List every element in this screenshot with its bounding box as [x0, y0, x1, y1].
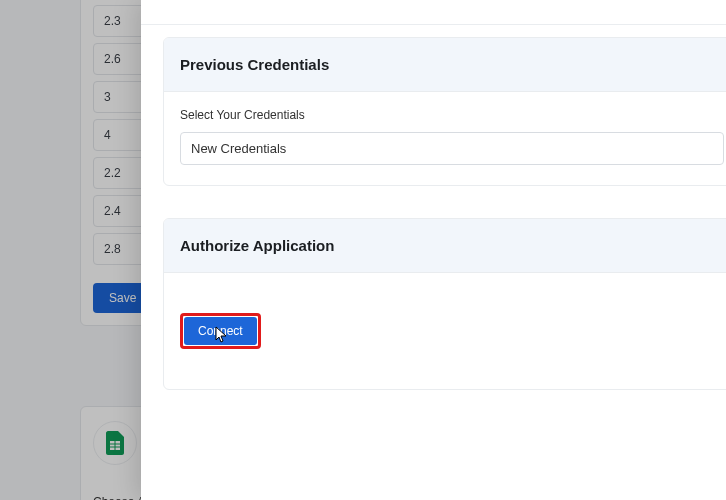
previous-credentials-card: Previous Credentials Select Your Credent… — [163, 37, 726, 186]
side-panel: Previous Credentials Select Your Credent… — [141, 0, 726, 500]
connect-highlight: Connect — [180, 313, 261, 349]
credentials-select[interactable]: New Credentials — [180, 132, 724, 165]
panel-top-strip — [141, 0, 726, 25]
section-header: Authorize Application — [164, 219, 726, 273]
previous-credentials-title: Previous Credentials — [180, 56, 724, 73]
connect-button[interactable]: Connect — [184, 317, 257, 345]
credentials-selected-value: New Credentials — [191, 141, 286, 156]
select-credentials-label: Select Your Credentials — [180, 108, 724, 122]
authorize-application-card: Authorize Application Connect — [163, 218, 726, 390]
authorize-application-title: Authorize Application — [180, 237, 724, 254]
section-header: Previous Credentials — [164, 38, 726, 92]
